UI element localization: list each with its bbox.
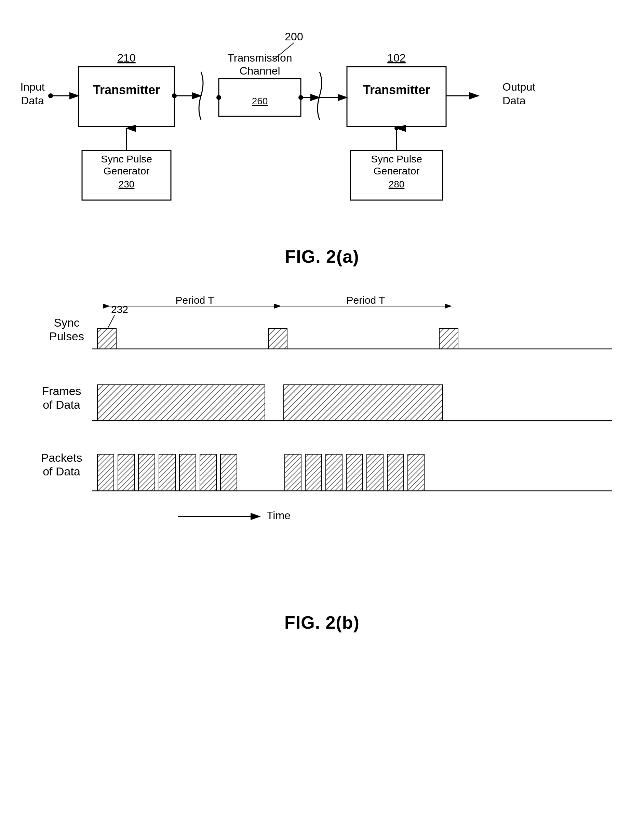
packet-2-2	[305, 454, 322, 491]
ref-230: 230	[119, 179, 135, 189]
packet-2-6	[387, 454, 404, 491]
svg-line-22	[108, 315, 115, 328]
frame-1	[98, 385, 265, 421]
fig2b-diagram: Sync Pulses 232 Period T Period T Frames	[14, 294, 630, 602]
packet-2-1	[285, 454, 301, 491]
fig2b-caption: FIG. 2(b)	[14, 612, 630, 633]
frames-label1: Frames	[42, 384, 81, 397]
frame-2	[284, 385, 443, 421]
svg-point-16	[172, 94, 177, 98]
sync-gen-280-label2: Generator	[373, 165, 419, 176]
transmitter-label-210: Transmitter	[93, 83, 160, 97]
packet-1-6	[200, 454, 216, 491]
time-label: Time	[267, 509, 291, 522]
output-data-label: Output	[502, 81, 535, 93]
packet-2-4	[346, 454, 363, 491]
packet-1-5	[179, 454, 196, 491]
sync-pulse-2	[268, 328, 287, 349]
ref-232: 232	[111, 304, 128, 315]
ref-210: 210	[117, 52, 135, 64]
sync-gen-230-label2: Generator	[103, 165, 149, 176]
ref-280: 280	[389, 179, 405, 189]
sync-pulse-1	[98, 328, 116, 349]
ref-260: 260	[252, 96, 268, 106]
packet-1-3	[138, 454, 155, 491]
sync-gen-230-label1: Sync Pulse	[101, 153, 152, 164]
ref-102: 102	[387, 52, 405, 64]
ref-260-label: Transmission	[227, 52, 292, 64]
transmitter-label-102: Transmitter	[363, 83, 430, 97]
sync-pulse-3	[439, 328, 458, 349]
packet-1-7	[220, 454, 237, 491]
wave-right	[318, 72, 322, 120]
packets-label2: of Data	[43, 465, 80, 478]
fig2a-caption: FIG. 2(a)	[14, 246, 630, 267]
packet-1-1	[98, 454, 114, 491]
ref-200: 200	[285, 31, 303, 43]
frames-label2: of Data	[43, 398, 80, 411]
sync-pulses-label2: Pulses	[49, 330, 84, 343]
packet-1-2	[118, 454, 134, 491]
packet-1-4	[159, 454, 175, 491]
svg-point-15	[395, 126, 399, 130]
output-data-label2: Data	[502, 94, 526, 107]
packet-2-5	[367, 454, 383, 491]
packet-2-7	[408, 454, 424, 491]
ref-260-label2: Channel	[239, 64, 280, 77]
sync-gen-280-label1: Sync Pulse	[371, 153, 422, 164]
period-t-label2: Period T	[347, 295, 385, 306]
page: 200 Input Data 210 Transmitter Transmiss…	[0, 0, 644, 813]
period-t-label1: Period T	[176, 295, 214, 306]
sync-pulses-label1: Sync	[54, 316, 80, 329]
input-data-label2: Data	[21, 94, 44, 107]
svg-point-7	[216, 95, 221, 100]
input-data-label: Input	[20, 81, 44, 93]
fig2a-diagram: 200 Input Data 210 Transmitter Transmiss…	[14, 28, 630, 239]
svg-point-4	[48, 94, 53, 98]
packets-label1: Packets	[41, 451, 83, 464]
packet-2-3	[326, 454, 342, 491]
